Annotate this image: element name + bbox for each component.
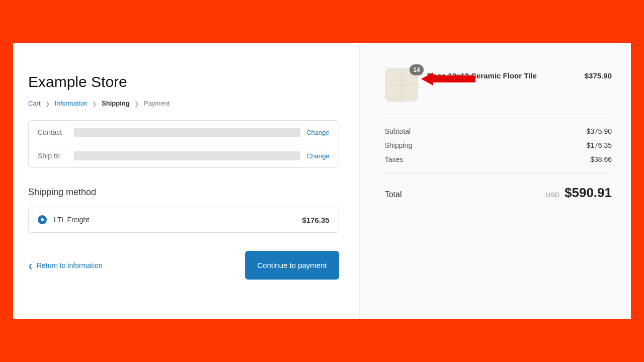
total-row: Total USD $590.91 (385, 173, 612, 201)
shipping-label: Shipping (385, 141, 413, 149)
chevron-right-icon: ❯ (134, 101, 139, 107)
shipping-option[interactable]: LTL Freight $176.35 (28, 207, 339, 233)
total-label: Total (385, 190, 402, 199)
contact-value-redacted (74, 128, 300, 137)
cart-item: 14 Bone 12x12 Ceramic Floor Tile $375.90 (385, 68, 612, 102)
shipping-option-price: $176.35 (302, 216, 329, 224)
change-shipto-link[interactable]: Change (306, 152, 330, 160)
annotation-arrow-icon (421, 72, 475, 85)
order-summary: 14 Bone 12x12 Ceramic Floor Tile $375.90… (359, 43, 631, 319)
return-link-label: Return to information (37, 261, 103, 269)
subtotal-row: Subtotal $375.90 (385, 124, 612, 138)
breadcrumb: Cart ❯ Information ❯ Shipping ❯ Payment (28, 100, 339, 107)
breadcrumb-payment: Payment (144, 100, 170, 107)
taxes-label: Taxes (385, 155, 404, 163)
return-link[interactable]: ❮ Return to information (28, 261, 103, 269)
review-shipto-row: Ship to Change (38, 144, 330, 167)
change-contact-link[interactable]: Change (306, 129, 330, 136)
checkout-window: Example Store Cart ❯ Information ❯ Shipp… (13, 43, 631, 319)
chevron-left-icon: ❮ (28, 263, 33, 269)
review-box: Contact Change Ship to Change (28, 120, 339, 168)
taxes-row: Taxes $38.66 (385, 152, 612, 166)
radio-selected-icon[interactable] (38, 215, 47, 224)
shipping-option-name: LTL Freight (54, 216, 302, 224)
continue-button[interactable]: Continue to payment (245, 251, 339, 280)
taxes-value: $38.66 (590, 155, 612, 163)
checkout-main: Example Store Cart ❯ Information ❯ Shipp… (13, 43, 359, 319)
summary-lines: Subtotal $375.90 Shipping $176.35 Taxes … (385, 114, 612, 201)
product-price: $375.90 (585, 71, 612, 80)
shipto-value-redacted (74, 151, 300, 160)
product-thumbnail: 14 (385, 68, 418, 102)
breadcrumb-shipping: Shipping (102, 100, 130, 107)
chevron-right-icon: ❯ (45, 101, 50, 107)
chevron-right-icon: ❯ (92, 101, 97, 107)
shipto-label: Ship to (38, 152, 74, 160)
shipping-method-title: Shipping method (28, 187, 339, 198)
total-currency: USD (546, 192, 559, 199)
subtotal-value: $375.90 (586, 127, 612, 135)
shipping-row: Shipping $176.35 (385, 138, 612, 152)
contact-label: Contact (38, 128, 74, 136)
store-title: Example Store (28, 73, 339, 90)
shipping-value: $176.35 (586, 141, 612, 149)
total-amount: $590.91 (565, 185, 612, 201)
breadcrumb-cart[interactable]: Cart (28, 100, 41, 107)
subtotal-label: Subtotal (385, 127, 411, 135)
actions-row: ❮ Return to information Continue to paym… (28, 251, 339, 280)
review-contact-row: Contact Change (38, 121, 330, 144)
breadcrumb-information[interactable]: Information (55, 100, 88, 107)
